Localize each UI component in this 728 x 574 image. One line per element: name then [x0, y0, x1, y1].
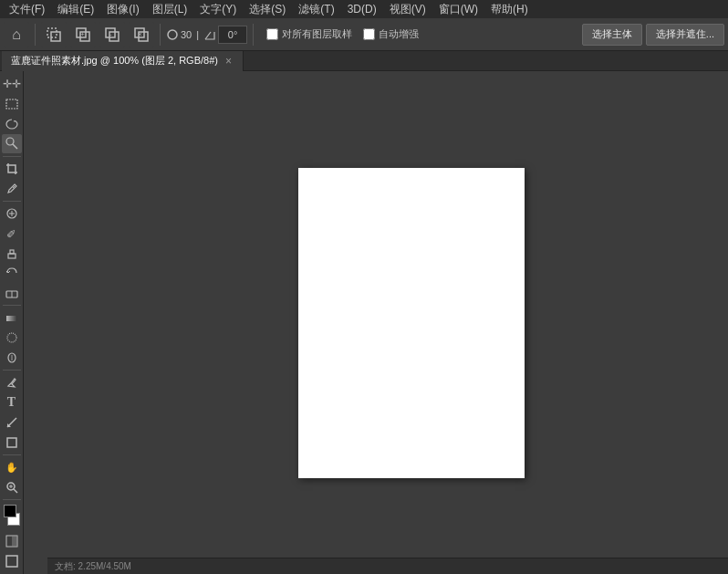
menu-image[interactable]: 图像(I) [101, 0, 144, 19]
gradient-tool[interactable] [2, 308, 22, 328]
select-subject-button[interactable]: 选择主体 [582, 24, 642, 46]
crop-icon [5, 162, 18, 175]
crop-tool[interactable] [2, 160, 22, 179]
lasso-tool[interactable] [2, 114, 22, 133]
gradient-icon [5, 312, 18, 325]
angle-icon [203, 28, 216, 41]
eraser-icon [5, 287, 18, 299]
stamp-tool[interactable] [2, 244, 22, 263]
svg-rect-19 [8, 254, 16, 258]
menu-edit[interactable]: 编辑(E) [52, 0, 99, 19]
history-brush-icon [5, 266, 18, 279]
auto-enhance-checkbox[interactable] [363, 28, 375, 40]
quick-mask-tool[interactable] [2, 532, 22, 551]
healing-tool[interactable] [2, 204, 22, 224]
svg-point-24 [7, 333, 16, 342]
menu-filter[interactable]: 滤镜(T) [293, 0, 339, 19]
healing-icon [5, 207, 18, 220]
menu-view[interactable]: 视图(V) [384, 0, 432, 19]
svg-rect-12 [6, 99, 17, 109]
toolbar-sep-2 [160, 24, 161, 46]
hand-tool[interactable]: ✋ [2, 458, 22, 477]
zoom-tool[interactable] [2, 477, 22, 496]
shape-icon [5, 436, 18, 449]
toolbar-angle-group: 30 | [166, 26, 247, 44]
svg-line-14 [13, 144, 17, 149]
dodge-icon [5, 351, 18, 364]
sample-all-layers-checkbox[interactable] [266, 28, 278, 40]
toolbox-sep-5 [3, 454, 21, 455]
canvas-document [298, 168, 525, 478]
svg-rect-23 [6, 316, 17, 321]
select-mask-button[interactable]: 选择并遮住... [646, 24, 724, 46]
canvas-area: 文档: 2.25M/4.50M [24, 71, 728, 574]
screen-mode-tool[interactable] [2, 551, 22, 570]
eyedropper-tool[interactable] [2, 179, 22, 198]
menu-bar: 文件(F) 编辑(E) 图像(I) 图层(L) 文字(Y) 选择(S) 滤镜(T… [0, 0, 728, 18]
svg-rect-27 [7, 438, 16, 447]
auto-enhance-label[interactable]: 自动增强 [363, 27, 419, 41]
move-tool[interactable]: ✛ [2, 75, 22, 94]
toolbox-sep-4 [3, 370, 21, 370]
foreground-color-swatch[interactable] [4, 505, 16, 517]
main-area: ✛ ✏ [0, 71, 728, 574]
tab-bar: 蓝鹿证件照素材.jpg @ 100% (图层 2, RGB/8#) × [0, 51, 728, 71]
svg-text:-: - [109, 30, 112, 38]
tool-option-btn-4[interactable]: × [129, 22, 154, 47]
toolbar-checkboxes: 对所有图层取样 自动增强 [266, 27, 419, 41]
quick-mask-icon [5, 535, 18, 548]
add-selection-icon: + [76, 27, 90, 42]
menu-help[interactable]: 帮助(H) [485, 0, 534, 19]
angle-separator: | [196, 29, 199, 40]
blur-icon [5, 331, 18, 344]
pen-tool[interactable] [2, 373, 22, 392]
path-select-tool[interactable] [2, 413, 22, 433]
menu-3d[interactable]: 3D(D) [342, 1, 382, 17]
eraser-tool[interactable] [2, 284, 22, 303]
menu-window[interactable]: 窗口(W) [433, 0, 484, 19]
menu-type[interactable]: 文字(Y) [194, 0, 242, 19]
brush-size-label: 30 [181, 29, 192, 40]
tab-close-button[interactable]: × [224, 55, 234, 68]
stamp-icon [5, 247, 18, 260]
tool-option-btn-1[interactable] [41, 22, 67, 47]
home-icon [12, 26, 21, 43]
menu-layer[interactable]: 图层(L) [147, 0, 193, 19]
toolbar-sep-1 [35, 24, 36, 46]
new-selection-icon [47, 27, 61, 42]
svg-rect-20 [10, 250, 14, 254]
status-bar: 文档: 2.25M/4.50M [47, 558, 728, 574]
tab-label: 蓝鹿证件照素材.jpg @ 100% (图层 2, RGB/8#) [11, 54, 218, 68]
menu-select[interactable]: 选择(S) [244, 0, 291, 19]
blur-tool[interactable] [2, 329, 22, 348]
angle-input[interactable] [218, 26, 247, 44]
wand-tool[interactable] [2, 134, 22, 153]
svg-rect-0 [47, 28, 57, 37]
sample-all-layers-text: 对所有图层取样 [282, 27, 352, 41]
brush-tool[interactable]: ✏ [2, 224, 22, 244]
history-brush-tool[interactable] [2, 264, 22, 283]
toolbar: + - × 30 | 对所有图层取样 自动增强 选择主体 选择并遮住... [0, 18, 728, 51]
shape-tool[interactable] [2, 433, 22, 452]
tool-option-btn-2[interactable]: + [70, 22, 96, 47]
select-rect-tool[interactable] [2, 95, 22, 114]
document-tab[interactable]: 蓝鹿证件照素材.jpg @ 100% (图层 2, RGB/8#) × [2, 51, 244, 71]
dodge-tool[interactable] [2, 349, 22, 368]
home-button[interactable] [4, 22, 29, 47]
svg-text:×: × [138, 30, 142, 38]
svg-point-11 [168, 30, 177, 39]
menu-file[interactable]: 文件(F) [4, 0, 50, 19]
toolbar-sep-3 [253, 24, 254, 46]
color-swatches[interactable] [2, 505, 22, 526]
toolbox-sep-3 [3, 305, 21, 306]
auto-enhance-text: 自动增强 [379, 27, 419, 41]
eyedropper-icon [5, 183, 18, 195]
subtract-selection-icon: - [105, 27, 120, 42]
text-tool[interactable]: T [2, 393, 22, 412]
pen-icon [5, 376, 18, 389]
zoom-icon [5, 481, 18, 494]
brush-icon: ✏ [3, 225, 19, 242]
tool-option-btn-3[interactable]: - [99, 22, 125, 47]
svg-rect-34 [6, 556, 17, 567]
sample-all-layers-label[interactable]: 对所有图层取样 [266, 27, 352, 41]
